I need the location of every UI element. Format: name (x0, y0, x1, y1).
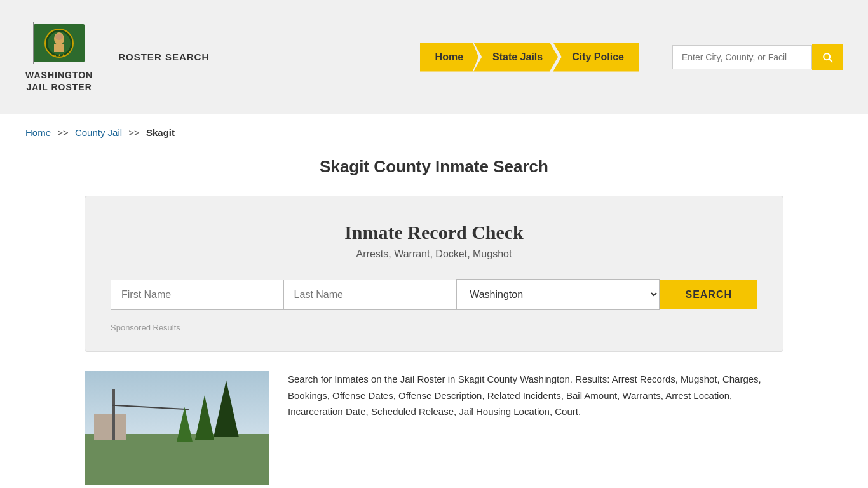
logo-link[interactable]: ★ ★ ★ WASHINGTON JAIL ROSTER (25, 21, 93, 92)
header-search-button[interactable] (812, 44, 843, 70)
page-title: Skagit County Inmate Search (25, 157, 843, 177)
nav-area: Home State Jails City Police (420, 43, 634, 72)
pole-shape (112, 389, 115, 440)
main-content: Skagit County Inmate Search Inmate Recor… (0, 151, 868, 488)
svg-point-5 (55, 34, 63, 40)
breadcrumb-current: Skagit (146, 127, 175, 138)
header-search-area (672, 44, 843, 70)
search-icon (821, 51, 834, 64)
nav-state-jails-button[interactable]: State Jails (473, 43, 558, 72)
search-form-row: AlabamaAlaskaArizonaArkansasCaliforniaCo… (111, 279, 757, 310)
bottom-section: Search for Inmates on the Jail Roster in… (85, 371, 783, 485)
nav-city-police-button[interactable]: City Police (553, 43, 639, 72)
breadcrumb-county-jail[interactable]: County Jail (75, 127, 122, 138)
building-shape (94, 414, 126, 440)
logo-flag: ★ ★ ★ (31, 21, 88, 65)
record-check-subtitle: Arrests, Warrant, Docket, Mugshot (111, 248, 757, 260)
ground-bg (85, 434, 269, 485)
breadcrumb-sep-1: >> (57, 127, 69, 138)
logo-text: WASHINGTON JAIL ROSTER (25, 69, 93, 92)
svg-rect-4 (54, 44, 64, 52)
record-check-title: Inmate Record Check (111, 222, 757, 243)
flag-svg: ★ ★ ★ (31, 21, 88, 65)
sponsored-label: Sponsored Results (111, 323, 757, 332)
svg-text:★ ★ ★: ★ ★ ★ (53, 53, 65, 57)
first-name-input[interactable] (111, 280, 283, 310)
breadcrumb-sep-2: >> (128, 127, 140, 138)
header: ★ ★ ★ WASHINGTON JAIL ROSTER ROSTER SEAR… (0, 0, 868, 114)
roster-search-label: ROSTER SEARCH (118, 51, 209, 62)
state-select[interactable]: AlabamaAlaskaArizonaArkansasCaliforniaCo… (456, 279, 660, 310)
record-check-box: Inmate Record Check Arrests, Warrant, Do… (85, 196, 783, 352)
header-search-input[interactable] (672, 45, 812, 69)
bottom-image (85, 371, 269, 485)
search-button[interactable]: SEARCH (660, 280, 757, 309)
breadcrumb-home[interactable]: Home (25, 127, 51, 138)
last-name-input[interactable] (283, 280, 457, 310)
bottom-description: Search for Inmates on the Jail Roster in… (288, 371, 783, 420)
breadcrumb: Home >> County Jail >> Skagit (0, 114, 868, 151)
nav-home-button[interactable]: Home (420, 43, 478, 72)
